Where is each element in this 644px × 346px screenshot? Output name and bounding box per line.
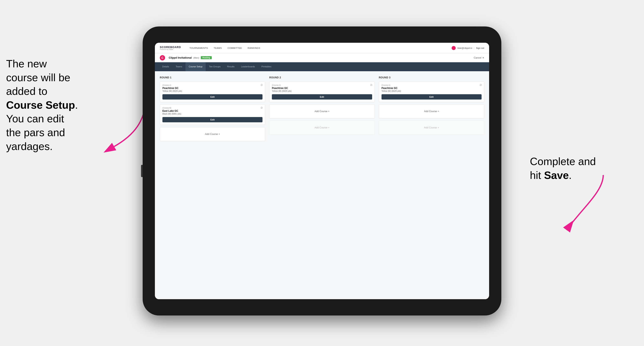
round-1-title: Round 1 bbox=[160, 76, 265, 79]
round2-course-a-delete[interactable]: ⊘ bbox=[370, 83, 373, 86]
round3-course-a-label: (Course A) bbox=[382, 84, 482, 86]
round1-course-a-delete[interactable]: ⊘ bbox=[260, 83, 263, 86]
tournament-logo: C bbox=[160, 55, 165, 60]
annotation-hit: hit bbox=[530, 169, 544, 181]
annotation-save: Save bbox=[544, 169, 568, 181]
nav-committee[interactable]: COMMITTEE bbox=[225, 43, 245, 53]
right-annotation: Complete and hit Save. bbox=[530, 155, 632, 182]
tab-course-setup[interactable]: Course Setup bbox=[186, 62, 206, 71]
round1-add-course[interactable]: Add Course + bbox=[160, 127, 265, 141]
rounds-grid: Round 1 ⊘ (Course A) Peachtree GC Yellow… bbox=[160, 76, 484, 143]
tablet-device: SCOREBOARD Powered by clippd TOURNAMENTS… bbox=[143, 26, 501, 316]
round-2-title: Round 2 bbox=[269, 76, 374, 79]
nav-rankings[interactable]: RANKINGS bbox=[245, 43, 263, 53]
round-1-column: Round 1 ⊘ (Course A) Peachtree GC Yellow… bbox=[160, 76, 265, 143]
round2-add-course-active-label: Add Course + bbox=[314, 110, 330, 113]
left-annotation: The new course will be added to Course S… bbox=[6, 57, 128, 153]
top-nav-links: TOURNAMENTS TEAMS COMMITTEE RANKINGS bbox=[187, 43, 452, 53]
round2-add-course-active[interactable]: Add Course + bbox=[269, 104, 374, 119]
round1-course-b-label: (Course B) bbox=[162, 107, 262, 109]
annotation-line5: You can edit bbox=[6, 113, 64, 125]
round3-add-course-disabled-label: Add Course + bbox=[424, 126, 439, 129]
user-avatar bbox=[452, 46, 456, 50]
tournament-gender: (Men) bbox=[194, 57, 199, 59]
round1-add-course-label: Add Course + bbox=[205, 133, 220, 136]
round-3-title: Round 3 bbox=[379, 76, 484, 79]
round2-course-a-edit[interactable]: Edit bbox=[272, 94, 372, 100]
scoreboard-logo: SCOREBOARD Powered by clippd bbox=[160, 46, 181, 50]
cancel-button[interactable]: Cancel ✕ bbox=[474, 56, 484, 59]
annotation-complete: Complete and bbox=[530, 156, 596, 167]
round3-course-a-name: Peachtree GC bbox=[382, 87, 482, 90]
sign-out-link[interactable]: Sign out bbox=[476, 47, 484, 49]
top-nav: SCOREBOARD Powered by clippd TOURNAMENTS… bbox=[155, 43, 489, 53]
user-email: blair@clippd.io bbox=[457, 47, 472, 49]
round1-course-a-card: ⊘ (Course A) Peachtree GC Yellow (M) (66… bbox=[160, 81, 265, 102]
round2-course-a-name: Peachtree GC bbox=[272, 87, 372, 90]
annotation-line6: the pars and bbox=[6, 127, 65, 138]
tablet-screen: SCOREBOARD Powered by clippd TOURNAMENTS… bbox=[155, 43, 489, 299]
tournament-bar: C Clippd Invitational (Men) Hosting Canc… bbox=[155, 53, 489, 62]
nav-teams[interactable]: TEAMS bbox=[211, 43, 224, 53]
round1-course-a-edit[interactable]: Edit bbox=[162, 94, 262, 100]
tab-results[interactable]: Results bbox=[224, 62, 238, 71]
logo-title: SCOREBOARD bbox=[160, 46, 181, 48]
round-2-column: Round 2 ⊘ (Course A) Peachtree GC Yellow… bbox=[269, 76, 374, 143]
top-nav-right: blair@clippd.io | Sign out bbox=[452, 46, 484, 50]
cancel-icon: ✕ bbox=[482, 56, 484, 59]
nav-tournaments[interactable]: TOURNAMENTS bbox=[187, 43, 211, 53]
annotation-line1: The new bbox=[6, 58, 47, 70]
tournament-info: C Clippd Invitational (Men) Hosting bbox=[160, 55, 212, 60]
round3-course-a-card: ⊘ (Course A) Peachtree GC Yellow (M) (66… bbox=[379, 81, 484, 102]
round1-course-b-edit[interactable]: Edit bbox=[162, 117, 262, 122]
tab-printables[interactable]: Printables bbox=[258, 62, 275, 71]
round1-course-a-name: Peachtree GC bbox=[162, 87, 262, 90]
tournament-name: Clippd Invitational bbox=[169, 56, 192, 59]
round3-add-course-active-label: Add Course + bbox=[424, 110, 439, 113]
round1-course-b-name: East Lake GC bbox=[162, 110, 262, 112]
tab-tee-groups[interactable]: Tee Groups bbox=[206, 62, 224, 71]
round3-add-course-disabled: Add Course + bbox=[379, 121, 484, 135]
annotation-line7: yardages. bbox=[6, 141, 52, 152]
round2-add-course-disabled: Add Course + bbox=[269, 121, 374, 135]
annotation-line2: course will be bbox=[6, 72, 70, 83]
round1-course-a-label: (Course A) bbox=[162, 84, 262, 86]
tournament-badge: Hosting bbox=[201, 56, 212, 59]
round1-course-a-details: Yellow (M) (6629 yds) bbox=[162, 90, 262, 92]
round1-course-b-card: ⊘ (Course B) East Lake GC Black (M) (689… bbox=[160, 104, 265, 125]
main-content: Round 1 ⊘ (Course A) Peachtree GC Yellow… bbox=[155, 71, 489, 299]
round3-course-a-delete[interactable]: ⊘ bbox=[479, 83, 482, 86]
tab-teams[interactable]: Teams bbox=[172, 62, 186, 71]
logo-subtitle: Powered by clippd bbox=[160, 49, 181, 50]
tab-details[interactable]: Details bbox=[159, 62, 172, 71]
round2-course-a-label: (Course A) bbox=[272, 84, 372, 86]
round1-course-b-details: Black (M) (6891 yds) bbox=[162, 113, 262, 115]
round2-course-a-card: ⊘ (Course A) Peachtree GC Yellow (M) (66… bbox=[269, 81, 374, 102]
round-3-column: Round 3 ⊘ (Course A) Peachtree GC Yellow… bbox=[379, 76, 484, 143]
round2-course-a-details: Yellow (M) (6629 yds) bbox=[272, 90, 372, 92]
tab-leaderboards[interactable]: Leaderboards bbox=[238, 62, 258, 71]
round1-course-b-delete[interactable]: ⊘ bbox=[260, 106, 263, 109]
tab-bar: Details Teams Course Setup Tee Groups Re… bbox=[155, 62, 489, 71]
round2-add-course-disabled-label: Add Course + bbox=[314, 126, 330, 129]
tablet-side-button bbox=[141, 165, 143, 177]
annotation-line3: added to bbox=[6, 85, 47, 97]
round3-course-a-edit[interactable]: Edit bbox=[382, 94, 482, 100]
round3-course-a-details: Yellow (M) (6629 yds) bbox=[382, 90, 482, 92]
round3-add-course-active[interactable]: Add Course + bbox=[379, 104, 484, 119]
annotation-course-setup: Course Setup bbox=[6, 99, 75, 111]
